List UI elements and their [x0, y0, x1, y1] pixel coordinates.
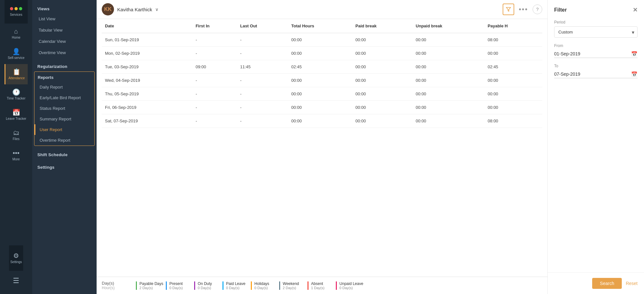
summary-value-7: 0 Day(s)	[339, 286, 363, 290]
period-select-wrapper: Custom This Week This Month Last Month	[554, 26, 638, 38]
days-hours-label: Day(s) Hour(s)	[102, 281, 131, 290]
sidebar-services-label: Services	[10, 13, 22, 16]
summary-value-5: 2 Day(s)	[283, 286, 305, 290]
nav-item-overtime-report[interactable]: Overtime Report	[34, 135, 94, 146]
cell-payable_h-6: 08:00	[485, 114, 542, 128]
summary-item-2: On Duty0 Day(s)	[194, 281, 220, 290]
reset-button[interactable]: Reset	[626, 281, 638, 286]
cell-payable_h-2: 02:45	[485, 60, 542, 74]
user-info[interactable]: KK Kavitha Karthick ∨	[102, 3, 158, 15]
self-service-icon: 👤	[12, 48, 20, 55]
cell-unpaid_break-6: 00:00	[412, 114, 485, 128]
nav-item-overtime-view[interactable]: Overtime View	[32, 47, 97, 58]
cell-payable_h-5: 00:00	[485, 101, 542, 114]
cell-paid_break-1: 00:00	[352, 47, 412, 60]
table-row: Thu, 05-Sep-2019--00:0000:0000:0000:00	[102, 87, 542, 101]
table-row: Wed, 04-Sep-2019--00:0000:0000:0000:00	[102, 74, 542, 87]
sidebar-item-settings[interactable]: ⚙ Settings	[9, 245, 23, 271]
cell-last_out-3: -	[237, 74, 288, 87]
filter-to-field: To 📅	[554, 64, 638, 78]
sidebar-item-home[interactable]: ⌂ Home	[5, 24, 27, 44]
search-button[interactable]: Search	[592, 278, 622, 289]
filter-icon	[506, 7, 511, 12]
summary-items: Payable Days2 Day(s)Present0 Day(s)On Du…	[136, 281, 363, 290]
hamburger-icon: ☰	[13, 277, 19, 285]
sidebar-item-time-tracker[interactable]: 🕐 Time Tracker	[5, 84, 27, 105]
sidebar-item-attendance[interactable]: 📋 Attendance	[5, 64, 27, 84]
cell-paid_break-5: 00:00	[352, 101, 412, 114]
cell-date-6: Sat, 07-Sep-2019	[102, 114, 192, 128]
sidebar-item-more[interactable]: ••• More	[5, 145, 27, 166]
settings-section-header: Settings	[32, 162, 97, 172]
cell-payable_h-1: 00:00	[485, 47, 542, 60]
nav-item-tabular-view[interactable]: Tabular View	[32, 24, 97, 36]
cell-total_hours-2: 02:45	[288, 60, 352, 74]
days-label: Day(s)	[102, 281, 131, 286]
sidebar-item-services[interactable]: Services	[5, 0, 27, 24]
avatar: KK	[102, 3, 114, 15]
summary-item-4: Holidays0 Day(s)	[251, 281, 277, 290]
col-date: Date	[102, 19, 192, 33]
views-section-header: Views	[32, 3, 97, 13]
sidebar-item-self-service[interactable]: 👤 Self-service	[5, 44, 27, 64]
table-row: Sun, 01-Sep-2019--00:0000:0000:0008:00	[102, 33, 542, 47]
nav-item-user-report[interactable]: User Report	[34, 124, 94, 135]
filter-body: Period Custom This Week This Month Last …	[548, 17, 644, 272]
filter-close-button[interactable]: ✕	[633, 6, 638, 14]
table-row: Fri, 06-Sep-2019--00:0000:0000:0000:00	[102, 101, 542, 114]
period-select[interactable]: Custom This Week This Month Last Month	[554, 26, 638, 38]
nav-item-list-view[interactable]: List View	[32, 13, 97, 24]
nav-item-status-report[interactable]: Status Report	[34, 103, 94, 114]
sidebar-item-leave-tracker[interactable]: 📅 Leave Tracker	[5, 105, 27, 125]
filter-header: Filter ✕	[548, 0, 644, 17]
hamburger-menu[interactable]: ☰	[9, 271, 23, 291]
home-icon: ⌂	[14, 28, 18, 34]
nav-item-calendar-view[interactable]: Calendar View	[32, 36, 97, 47]
summary-label-3: Paid Leave	[226, 281, 248, 286]
from-calendar-icon[interactable]: 📅	[631, 51, 638, 57]
cell-unpaid_break-4: 00:00	[412, 87, 485, 101]
cell-paid_break-0: 00:00	[352, 33, 412, 47]
cell-first_in-6: -	[192, 114, 237, 128]
help-button[interactable]: ?	[533, 5, 542, 14]
cell-last_out-5: -	[237, 101, 288, 114]
sidebar-settings-label: Settings	[10, 260, 22, 264]
chevron-down-icon[interactable]: ∨	[155, 7, 158, 12]
col-paid-break: Paid break	[352, 19, 412, 33]
user-name: Kavitha Karthick	[117, 7, 152, 12]
cell-first_in-0: -	[192, 33, 237, 47]
cell-total_hours-0: 00:00	[288, 33, 352, 47]
shift-schedule-section-header: Shift Schedule	[32, 149, 97, 159]
main-content: KK Kavitha Karthick ∨ ••• ? Date First I…	[97, 0, 547, 294]
filter-button[interactable]	[503, 4, 514, 15]
summary-label-2: On Duty	[198, 281, 220, 286]
bottom-bar: Day(s) Hour(s) Payable Days2 Day(s)Prese…	[97, 277, 547, 294]
cell-unpaid_break-1: 00:00	[412, 47, 485, 60]
cell-date-4: Thu, 05-Sep-2019	[102, 87, 192, 101]
cell-payable_h-4: 00:00	[485, 87, 542, 101]
top-bar-right: ••• ?	[503, 4, 542, 15]
to-date-input[interactable]	[554, 70, 628, 78]
from-date-input[interactable]	[554, 50, 628, 58]
summary-value-0: 2 Day(s)	[139, 286, 163, 290]
sidebar-icons: Services ⌂ Home 👤 Self-service 📋 Attenda…	[0, 0, 32, 294]
col-unpaid-break: Unpaid break	[412, 19, 485, 33]
attendance-table: Date First In Last Out Total Hours Paid …	[102, 19, 542, 128]
cell-date-0: Sun, 01-Sep-2019	[102, 33, 192, 47]
sidebar-files-label: Files	[13, 137, 19, 141]
col-first-in: First In	[192, 19, 237, 33]
sidebar-item-files[interactable]: 🗂 Files	[5, 125, 27, 145]
nav-item-early-late-bird-report[interactable]: Early/Late Bird Report	[34, 92, 94, 103]
nav-item-summary-report[interactable]: Summary Report	[34, 114, 94, 124]
more-icon: •••	[13, 150, 19, 156]
nav-item-daily-report[interactable]: Daily Report	[34, 82, 94, 92]
to-calendar-icon[interactable]: 📅	[631, 71, 638, 77]
more-options-button[interactable]: •••	[519, 5, 528, 14]
cell-unpaid_break-5: 00:00	[412, 101, 485, 114]
summary-item-3: Paid Leave0 Day(s)	[223, 281, 248, 290]
nav-panel: Views List View Tabular View Calendar Vi…	[32, 0, 97, 294]
sidebar-self-service-label: Self-service	[8, 56, 24, 60]
summary-item-0: Payable Days2 Day(s)	[136, 281, 163, 290]
cell-date-1: Mon, 02-Sep-2019	[102, 47, 192, 60]
cell-last_out-6: -	[237, 114, 288, 128]
